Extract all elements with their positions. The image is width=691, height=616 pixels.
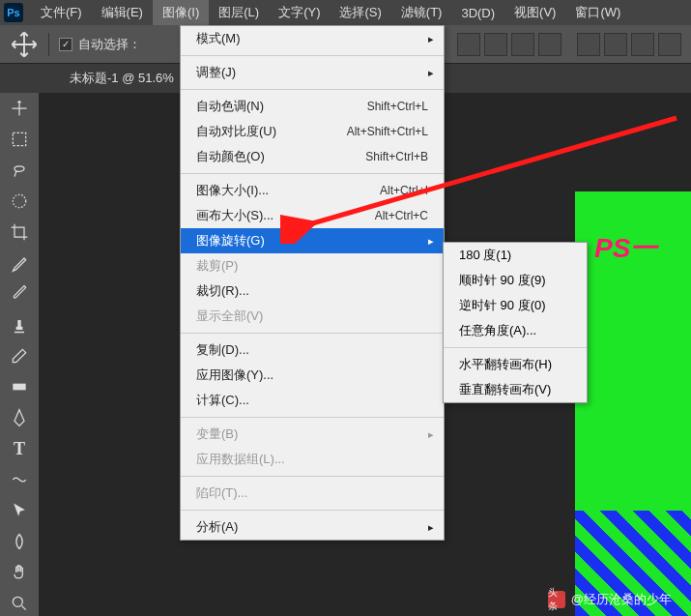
svg-rect-0 (13, 132, 25, 145)
divider (48, 33, 49, 56)
menu-item[interactable]: 显示全部(V) (181, 304, 444, 329)
align-btn[interactable] (604, 33, 627, 56)
svg-point-3 (13, 597, 22, 606)
align-btn[interactable] (511, 33, 534, 56)
stamp-tool[interactable] (0, 309, 39, 340)
type-tool[interactable]: T (0, 433, 39, 464)
eraser-tool[interactable] (0, 340, 39, 371)
auto-select-checkbox[interactable]: ✓ 自动选择： (59, 36, 141, 53)
menu-select[interactable]: 选择(S) (330, 0, 390, 25)
path-select-tool[interactable] (0, 464, 39, 495)
watermark-logo: 头条 (548, 591, 565, 608)
menu-item[interactable]: 图像大小(I)...Alt+Ctrl+I (181, 178, 444, 203)
menu-3d[interactable]: 3D(D) (451, 2, 504, 24)
zoom-tool[interactable] (0, 588, 39, 616)
align-buttons (457, 33, 681, 56)
direct-select-tool[interactable] (0, 495, 39, 526)
menu-type[interactable]: 文字(Y) (269, 0, 330, 25)
menu-file[interactable]: 文件(F) (31, 0, 92, 25)
menu-item[interactable]: 模式(M) (181, 26, 444, 51)
image-rotation-submenu: 180 度(1)顺时针 90 度(9)逆时针 90 度(0)任意角度(A)...… (443, 242, 588, 403)
menu-item[interactable]: 调整(J) (181, 60, 444, 85)
menu-item[interactable]: 陷印(T)... (181, 481, 444, 506)
svg-rect-2 (13, 384, 25, 391)
gradient-tool[interactable] (0, 371, 39, 402)
svg-point-1 (13, 194, 25, 207)
align-btn[interactable] (577, 33, 600, 56)
image-menu-dropdown: 模式(M)调整(J)自动色调(N)Shift+Ctrl+L自动对比度(U)Alt… (180, 25, 445, 541)
menu-window[interactable]: 窗口(W) (565, 0, 630, 25)
left-toolbox: T (0, 93, 39, 616)
menu-item[interactable]: 自动对比度(U)Alt+Shift+Ctrl+L (181, 119, 444, 144)
menu-item[interactable]: 变量(B) (181, 422, 444, 447)
align-btn[interactable] (484, 33, 507, 56)
align-btn[interactable] (658, 33, 681, 56)
menu-item[interactable]: 画布大小(S)...Alt+Ctrl+C (181, 203, 444, 228)
document-tab[interactable]: 未标题-1 @ 51.6% (58, 66, 186, 91)
app-logo: Ps (4, 3, 23, 22)
menu-item[interactable]: 裁切(R)... (181, 279, 444, 304)
align-btn[interactable] (631, 33, 654, 56)
quick-select-tool[interactable] (0, 186, 39, 217)
menu-item[interactable]: 应用图像(Y)... (181, 363, 444, 388)
artwork: PS一 (575, 191, 691, 616)
brush-tool[interactable] (0, 279, 39, 309)
auto-select-label: 自动选择： (78, 36, 141, 53)
submenu-item[interactable]: 180 度(1) (444, 243, 587, 268)
menu-item[interactable]: 计算(C)... (181, 388, 444, 413)
move-tool-icon[interactable] (10, 30, 39, 59)
checkbox-icon: ✓ (59, 38, 72, 51)
menu-item[interactable]: 自动颜色(O)Shift+Ctrl+B (181, 144, 444, 169)
submenu-item[interactable]: 顺时针 90 度(9) (444, 268, 587, 293)
menu-image[interactable]: 图像(I) (153, 0, 209, 25)
move-tool[interactable] (0, 93, 39, 124)
submenu-item[interactable]: 任意角度(A)... (444, 318, 587, 343)
menu-view[interactable]: 视图(V) (504, 0, 565, 25)
hand-tool[interactable] (0, 557, 39, 588)
menu-item[interactable]: 自动色调(N)Shift+Ctrl+L (181, 94, 444, 119)
menubar: Ps 文件(F) 编辑(E) 图像(I) 图层(L) 文字(Y) 选择(S) 滤… (0, 0, 691, 25)
menu-item[interactable]: 复制(D)... (181, 337, 444, 363)
marquee-tool[interactable] (0, 124, 39, 155)
align-btn[interactable] (538, 33, 561, 56)
menu-item[interactable]: 应用数据组(L)... (181, 447, 444, 472)
submenu-item[interactable]: 逆时针 90 度(0) (444, 293, 587, 318)
pen-tool[interactable] (0, 402, 39, 433)
eyedropper-tool[interactable] (0, 248, 39, 279)
align-btn[interactable] (457, 33, 480, 56)
shape-tool[interactable] (0, 526, 39, 557)
menu-edit[interactable]: 编辑(E) (92, 0, 153, 25)
menu-item[interactable]: 分析(A) (181, 514, 444, 540)
watermark: 头条 @经历沧桑的少年 (548, 591, 672, 608)
menu-filter[interactable]: 滤镜(T) (391, 0, 452, 25)
artwork-text: PS一 (594, 230, 657, 267)
crop-tool[interactable] (0, 217, 39, 248)
submenu-item[interactable]: 垂直翻转画布(V) (444, 377, 587, 402)
menu-layer[interactable]: 图层(L) (209, 0, 269, 25)
submenu-item[interactable]: 水平翻转画布(H) (444, 352, 587, 377)
watermark-text: @经历沧桑的少年 (571, 591, 672, 608)
menu-item[interactable]: 裁剪(P) (181, 253, 444, 279)
lasso-tool[interactable] (0, 155, 39, 186)
menu-item[interactable]: 图像旋转(G) (181, 228, 444, 253)
